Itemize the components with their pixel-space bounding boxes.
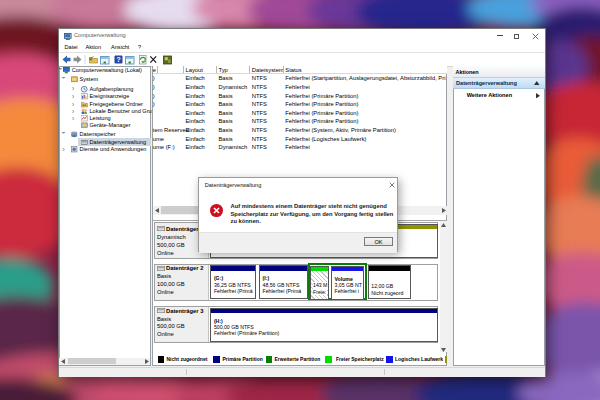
- svg-text:?: ?: [116, 55, 121, 64]
